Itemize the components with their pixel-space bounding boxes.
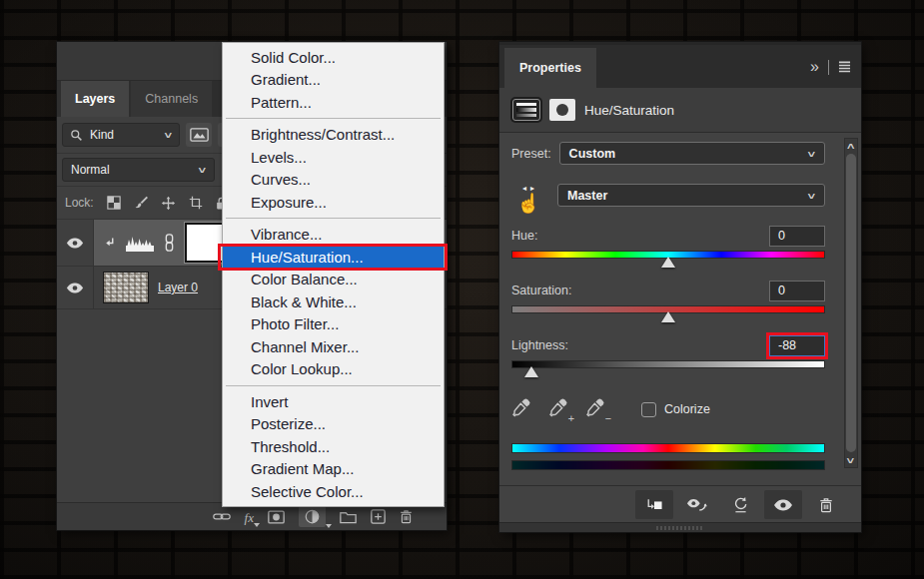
menu-separator bbox=[223, 114, 444, 124]
panel-resize-grip[interactable] bbox=[499, 522, 861, 532]
eyedropper-subtract-icon[interactable] bbox=[585, 397, 609, 421]
saturation-slider-thumb[interactable] bbox=[661, 311, 675, 322]
delete-layer-button[interactable] bbox=[400, 509, 413, 524]
tab-properties[interactable]: Properties bbox=[504, 48, 596, 88]
lock-position-move-icon[interactable] bbox=[161, 196, 176, 211]
fx-icon bbox=[245, 508, 254, 526]
preset-value: Custom bbox=[569, 147, 616, 161]
tab-channels[interactable]: Channels bbox=[131, 81, 212, 117]
saturation-value-input[interactable]: 0 bbox=[769, 281, 825, 301]
minus-sign bbox=[605, 412, 611, 424]
menu-item-label: Color Lookup... bbox=[251, 360, 353, 377]
link-layers-button[interactable] bbox=[213, 511, 231, 522]
menu-item[interactable]: Exposure... bbox=[223, 191, 444, 214]
lock-label: Lock: bbox=[65, 196, 94, 210]
add-layer-mask-button[interactable] bbox=[268, 510, 285, 524]
adjustment-title: Hue/Saturation bbox=[584, 103, 674, 118]
chevron-down-icon bbox=[809, 189, 815, 203]
menu-item[interactable]: Black & White... bbox=[223, 290, 444, 313]
preset-row: Preset: Custom bbox=[511, 142, 825, 165]
menu-item[interactable]: Curves... bbox=[223, 169, 444, 192]
channel-value: Master bbox=[567, 189, 607, 203]
adjustment-layer-menu: Solid Color... Gradient... Pattern... Br… bbox=[222, 42, 445, 507]
menu-item[interactable]: Hue/Saturation... bbox=[223, 246, 444, 269]
toggle-visibility-button[interactable] bbox=[764, 490, 802, 519]
clipping-mask-arrow-icon bbox=[103, 237, 116, 250]
hue-label: Hue: bbox=[511, 229, 537, 243]
mask-link-icon[interactable] bbox=[164, 234, 175, 252]
eyedropper-icon[interactable] bbox=[511, 397, 535, 421]
new-adjustment-layer-button[interactable] bbox=[299, 506, 326, 527]
collapse-panel-icon[interactable] bbox=[810, 58, 819, 76]
menu-item-label: Gradient Map... bbox=[251, 460, 354, 477]
new-layer-button[interactable] bbox=[371, 509, 386, 524]
lightness-slider-thumb[interactable] bbox=[524, 366, 538, 377]
eye-icon bbox=[66, 237, 84, 250]
lightness-slider-track[interactable] bbox=[511, 360, 825, 368]
menu-item[interactable]: Invert bbox=[223, 390, 444, 413]
delete-adjustment-button[interactable] bbox=[807, 490, 845, 519]
menu-item[interactable]: Brightness/Contrast... bbox=[223, 124, 444, 147]
menu-item[interactable]: Posterize... bbox=[223, 413, 444, 436]
image-icon bbox=[190, 128, 209, 142]
scrollbar[interactable] bbox=[844, 138, 858, 468]
layer-name[interactable]: Layer 0 bbox=[158, 281, 198, 294]
mask-icon[interactable] bbox=[549, 99, 575, 121]
filter-kind-select[interactable]: Kind bbox=[62, 123, 180, 147]
hue-value-input[interactable]: 0 bbox=[769, 226, 825, 247]
chevron-down-icon bbox=[809, 147, 815, 161]
menu-item-label: Brightness/Contrast... bbox=[251, 126, 395, 143]
lock-paint-brush-icon[interactable] bbox=[134, 196, 148, 210]
lock-transparency-icon[interactable] bbox=[107, 196, 121, 210]
channel-select[interactable]: Master bbox=[557, 184, 825, 207]
menu-item-label: Black & White... bbox=[251, 293, 357, 310]
properties-content: Preset: Custom Master Hue: bbox=[499, 132, 837, 470]
layer-visibility-toggle[interactable] bbox=[57, 220, 94, 266]
menu-item[interactable]: Vibrance... bbox=[223, 224, 444, 247]
scroll-up-icon[interactable] bbox=[845, 139, 857, 153]
lock-artboard-icon[interactable] bbox=[189, 196, 203, 210]
menu-item[interactable]: Color Balance... bbox=[223, 269, 444, 291]
menu-item[interactable]: Gradient Map... bbox=[223, 458, 444, 481]
menu-item-label: Threshold... bbox=[251, 438, 330, 455]
blend-mode-select[interactable]: Normal bbox=[62, 158, 215, 182]
menu-item[interactable]: Threshold... bbox=[223, 435, 444, 458]
targeted-adjustment-tool-icon[interactable] bbox=[511, 178, 545, 213]
saturation-slider-track[interactable] bbox=[511, 305, 825, 313]
preset-select[interactable]: Custom bbox=[559, 142, 825, 165]
new-group-button[interactable] bbox=[340, 510, 357, 524]
lightness-label: Lightness: bbox=[511, 338, 568, 352]
scrollbar-thumb[interactable] bbox=[846, 154, 856, 452]
histogram-levels-icon bbox=[125, 233, 155, 253]
hue-saturation-adjustment-icon bbox=[512, 99, 540, 121]
layer-visibility-toggle[interactable] bbox=[57, 267, 94, 308]
menu-item-label: Invert bbox=[251, 393, 289, 410]
lightness-value-input[interactable]: -88 bbox=[769, 335, 825, 356]
scroll-down-icon[interactable] bbox=[845, 453, 857, 467]
menu-item[interactable]: Gradient... bbox=[223, 69, 444, 92]
menu-item[interactable]: Color Lookup... bbox=[223, 358, 444, 381]
menu-item[interactable]: Pattern... bbox=[223, 91, 444, 114]
view-previous-state-button[interactable] bbox=[678, 490, 716, 519]
hue-slider-thumb[interactable] bbox=[661, 257, 675, 268]
layer-style-fx-button[interactable] bbox=[245, 508, 254, 526]
panel-menu-icon[interactable] bbox=[838, 61, 851, 73]
eyedropper-add-icon[interactable] bbox=[548, 397, 572, 421]
menu-item[interactable]: Solid Color... bbox=[223, 46, 444, 69]
hue-slider-group: Hue: 0 bbox=[511, 225, 825, 259]
annotation-red-box bbox=[766, 332, 828, 359]
reset-adjustment-button[interactable] bbox=[721, 490, 759, 519]
menu-item[interactable]: Selective Color... bbox=[223, 480, 444, 503]
menu-item[interactable]: Levels... bbox=[223, 146, 444, 169]
layer-thumbnail[interactable] bbox=[103, 272, 149, 303]
menu-item[interactable]: Channel Mixer... bbox=[223, 335, 444, 358]
clip-to-layer-button[interactable] bbox=[635, 490, 673, 519]
filter-pixel-layers-button[interactable] bbox=[186, 123, 212, 147]
colorize-control: Colorize bbox=[641, 402, 710, 417]
left-right-arrows-icon bbox=[511, 178, 545, 194]
menu-item[interactable]: Photo Filter... bbox=[223, 313, 444, 336]
hue-slider-track[interactable] bbox=[511, 251, 825, 259]
tab-layers[interactable]: Layers bbox=[61, 81, 129, 117]
colorize-checkbox[interactable] bbox=[641, 402, 656, 417]
menu-item-label: Vibrance... bbox=[251, 226, 322, 243]
